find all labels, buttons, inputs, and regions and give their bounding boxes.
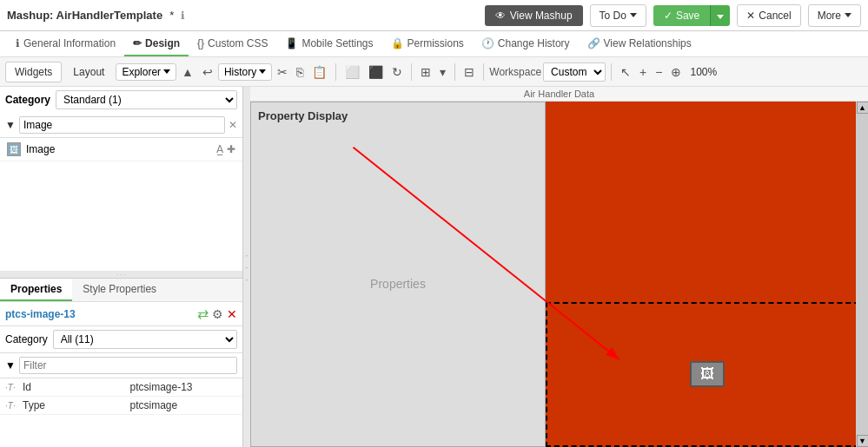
save-caret-icon bbox=[717, 15, 724, 19]
toolbar-sep-4 bbox=[483, 63, 484, 81]
workspace-select-group: Workspace Custom Default bbox=[489, 62, 606, 82]
property-table: ·T· Id ptcsimage-13 ·T· Type ptcsimage bbox=[0, 378, 242, 447]
prop-gear-btn[interactable]: ⚙ bbox=[212, 306, 223, 322]
widget-item-label: Image bbox=[26, 143, 211, 155]
prop-filter-row: ▼ bbox=[0, 353, 242, 378]
table-row: ·T· Type ptcsimage bbox=[0, 397, 242, 415]
toolbar-prop-btn[interactable]: ⊟ bbox=[461, 63, 478, 81]
design-toolbar: Widgets Layout Explorer ▲ ↩ History ✂ ⎘ … bbox=[0, 57, 868, 87]
more-caret-icon bbox=[845, 13, 851, 17]
scroll-up-btn[interactable]: ▲ bbox=[857, 102, 869, 114]
toolbar-up-btn[interactable]: ▲ bbox=[178, 63, 197, 81]
explorer-caret-icon bbox=[163, 69, 170, 74]
red-block-bottom: 🖼 bbox=[546, 302, 868, 447]
info-icon: ℹ bbox=[181, 10, 185, 22]
prop-action-buttons: ⇄ ⚙ ✕ bbox=[197, 306, 237, 322]
toolbar-minus-btn[interactable]: − bbox=[652, 63, 666, 81]
filter-icon: ▼ bbox=[5, 119, 16, 131]
prop-category-row: Category All (11) bbox=[0, 326, 242, 353]
prop-close-btn[interactable]: ✕ bbox=[227, 306, 237, 322]
property-display-title: Property Display bbox=[251, 102, 545, 129]
toolbar-align-left-btn[interactable]: ⬜ bbox=[341, 63, 363, 81]
canvas-viewport[interactable]: Property Display Properties 🖼 ▲ bbox=[250, 102, 868, 447]
widget-style-btn[interactable]: A̲ bbox=[216, 143, 223, 155]
toolbar-grid-caret[interactable]: ▾ bbox=[436, 63, 449, 81]
widget-filter-row: ▼ ✕ bbox=[0, 113, 242, 138]
mobile-nav-icon: 📱 bbox=[285, 37, 298, 49]
tab-mobile[interactable]: 📱 Mobile Settings bbox=[276, 32, 381, 56]
tab-permissions[interactable]: 🔒 Permissions bbox=[382, 32, 473, 56]
link-nav-icon: 🔗 bbox=[587, 37, 600, 49]
save-button-group: ✓ Save bbox=[653, 5, 730, 26]
todo-button[interactable]: To Do bbox=[590, 4, 646, 27]
toolbar-sep-3 bbox=[454, 63, 455, 81]
scroll-down-btn[interactable]: ▼ bbox=[857, 435, 869, 447]
toolbar-zoom-btn[interactable]: ⊕ bbox=[667, 63, 685, 81]
image-widget-icon: 🖼 bbox=[7, 142, 21, 156]
css-nav-icon: {} bbox=[197, 37, 204, 49]
workspace-select[interactable]: Custom Default bbox=[543, 62, 606, 82]
properties-panel: Properties Style Properties ptcs-image-1… bbox=[0, 278, 242, 447]
more-button[interactable]: More bbox=[808, 4, 861, 27]
widget-list: 🖼 Image A̲ ✚ bbox=[0, 138, 242, 271]
properties-tab[interactable]: Properties bbox=[0, 279, 72, 301]
tab-change-history[interactable]: 🕐 Change History bbox=[473, 32, 579, 56]
tab-general[interactable]: ℹ General Information bbox=[7, 32, 124, 56]
eye-icon: 👁 bbox=[495, 10, 506, 22]
lock-nav-icon: 🔒 bbox=[391, 37, 404, 49]
prop-filter-icon: ▼ bbox=[5, 359, 16, 371]
view-mashup-button[interactable]: 👁 View Mashup bbox=[485, 5, 583, 26]
toolbar-sep-1 bbox=[335, 63, 336, 81]
list-item[interactable]: 🖼 Image A̲ ✚ bbox=[0, 138, 242, 161]
clock-nav-icon: 🕐 bbox=[481, 37, 494, 49]
left-panel: Category Standard (1) ▼ ✕ 🖼 Image A̲ ✚ ·… bbox=[0, 87, 243, 447]
tab-design[interactable]: ✏ Design bbox=[124, 32, 189, 56]
cancel-button[interactable]: ✕ Cancel bbox=[737, 4, 800, 27]
widget-actions: A̲ ✚ bbox=[216, 143, 235, 155]
type-icon: ·T· bbox=[5, 383, 19, 392]
property-display-box: Property Display Properties bbox=[250, 102, 546, 447]
prop-filter-input[interactable] bbox=[19, 357, 237, 374]
prop-share-btn[interactable]: ⇄ bbox=[197, 306, 209, 322]
widget-category-row: Category Standard (1) bbox=[0, 87, 242, 113]
save-dropdown-button[interactable] bbox=[710, 5, 730, 26]
toolbar-paste-btn[interactable]: 📋 bbox=[308, 63, 330, 81]
red-block-top bbox=[546, 102, 868, 302]
canvas-scrollbar[interactable]: ▲ ▼ bbox=[856, 102, 868, 447]
toolbar-cut-btn[interactable]: ✂ bbox=[274, 63, 291, 81]
toolbar-copy-btn[interactable]: ⎘ bbox=[293, 63, 307, 81]
widget-category-select[interactable]: Standard (1) bbox=[56, 90, 237, 109]
panel-resize-handle[interactable]: · · · bbox=[0, 271, 242, 278]
tab-custom-css[interactable]: {} Custom CSS bbox=[189, 32, 276, 56]
toolbar-add-btn[interactable]: + bbox=[636, 63, 650, 81]
layout-tab[interactable]: Layout bbox=[63, 62, 114, 82]
toolbar-pointer-btn[interactable]: ↖ bbox=[617, 63, 634, 81]
type-icon: ·T· bbox=[5, 401, 19, 411]
canvas-label: Air Handler Data bbox=[250, 87, 868, 102]
table-row: ·T· Id ptcsimage-13 bbox=[0, 378, 242, 397]
tab-relationships[interactable]: 🔗 View Relationships bbox=[579, 32, 700, 56]
design-nav-icon: ✏ bbox=[133, 37, 142, 49]
widget-add-btn[interactable]: ✚ bbox=[227, 143, 235, 155]
toolbar-grid-btn[interactable]: ⊞ bbox=[417, 63, 434, 81]
save-button[interactable]: ✓ Save bbox=[653, 5, 710, 26]
toolbar-align-center-btn[interactable]: ⬛ bbox=[365, 63, 387, 81]
toolbar-sep-5 bbox=[611, 63, 612, 81]
properties-tabs: Properties Style Properties bbox=[0, 279, 242, 302]
filter-clear-icon[interactable]: ✕ bbox=[229, 119, 237, 131]
todo-caret-icon bbox=[630, 13, 637, 17]
toolbar-refresh-btn[interactable]: ↻ bbox=[388, 63, 406, 81]
widget-filter-input[interactable] bbox=[19, 116, 225, 134]
toolbar-sep-2 bbox=[411, 63, 412, 81]
style-properties-tab[interactable]: Style Properties bbox=[72, 279, 167, 301]
prop-category-select[interactable]: All (11) bbox=[53, 330, 237, 349]
history-dropdown[interactable]: History bbox=[218, 63, 272, 81]
explorer-tab[interactable]: Explorer bbox=[116, 63, 176, 81]
toolbar-undo-btn[interactable]: ↩ bbox=[199, 63, 216, 81]
canvas-area: Air Handler Data Property Display Proper… bbox=[250, 87, 868, 447]
cancel-icon: ✕ bbox=[746, 10, 755, 22]
widgets-tab[interactable]: Widgets bbox=[5, 62, 62, 82]
nav-tabs: ℹ General Information ✏ Design {} Custom… bbox=[0, 31, 868, 57]
vertical-resize-handle[interactable]: · · · bbox=[243, 87, 250, 447]
image-widget-preview: 🖼 bbox=[690, 361, 725, 387]
